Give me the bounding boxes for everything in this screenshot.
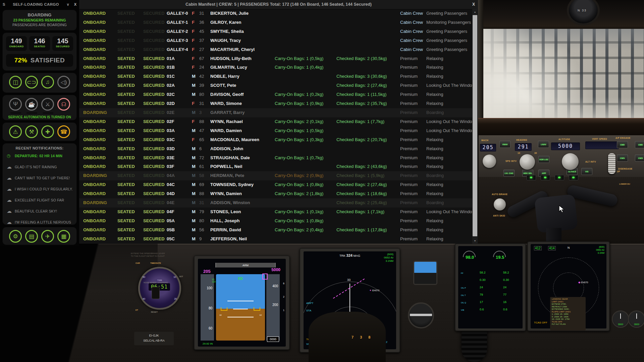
manifest-close-icon[interactable]: X [471,2,476,7]
table-row[interactable]: ONBOARD SEATED SECURED 01B F 24 GILMARTI… [79,63,472,72]
name-cell: SCOTT, Pete [210,83,236,88]
cabin-control-icon[interactable]: ◁) [57,76,70,88]
mcp-digital-window: 291 [515,143,532,151]
table-row[interactable]: ONBOARD SEATED SECURED 02F F 88 WYNN, Ra… [79,117,472,126]
altitude-box: 0000 [267,337,279,342]
menu-icon[interactable]: ▤ [25,230,38,243]
table-row[interactable]: BOARDING SEATED SECURED 04E M 31 ADDISON… [79,198,472,207]
alert-icon[interactable]: ⚒ [25,125,38,138]
mcp-label: DISENGAGE [618,168,633,170]
table-row[interactable]: ONBOARD SEATED SECURED GALLEY-0 F 31 BIC… [79,9,472,18]
mcp-button[interactable]: CWS [635,155,644,162]
secured-cell: SECURED [143,146,165,151]
speed-tape: 100 80 60 [201,274,214,341]
menu-icon[interactable]: ▦ [57,230,70,243]
service-control-icon[interactable]: ☊ [57,98,70,111]
mcp-button[interactable]: V/S [581,168,592,175]
overhead-panel [478,0,644,31]
menu-icon[interactable]: ⚙ [9,230,22,243]
scroll-up-icon[interactable]: ▴ [472,9,478,15]
table-row[interactable]: ONBOARD SEATED SECURED 04F M 79 STONES, … [79,207,472,217]
table-row[interactable]: ONBOARD SEATED SECURED 02D F 31 WARD, Si… [79,99,472,108]
table-row[interactable]: BOARDING SEATED SECURED 02E M 3 GARRATT,… [79,108,472,117]
seat-cell: 03C [167,137,175,142]
nose-wheel-steering-switch[interactable] [152,287,160,299]
status-cell: ONBOARD [83,11,106,16]
activity-cell: Looking Out The Window [426,83,472,88]
mcp-button[interactable]: CMD [635,141,644,148]
activity-cell: Relaxing [426,101,472,106]
table-row[interactable]: ONBOARD SEATED SECURED GALLEY-1 F 36 GIL… [79,18,472,27]
mcp-button[interactable]: LNAV [538,141,549,148]
control-yoke-hub[interactable] [534,194,578,233]
table-row[interactable]: ONBOARD SEATED SECURED 05B M 56 PERRIN, … [79,226,472,235]
manifest-title-bar[interactable]: Cabin Manifest | CREW: 5 | PASSENGERS To… [79,0,478,9]
notifications-header: RECENT NOTIFICATIONS: [3,146,76,150]
throttle-quadrant[interactable] [309,312,386,362]
table-row[interactable]: BOARDING SEATED SECURED 04A M 58 HERDMAN… [79,171,472,180]
table-row[interactable]: ONBOARD SEATED SECURED 01C M 42 NOBLE, H… [79,72,472,81]
altitude-knob[interactable] [562,153,579,170]
speed-knob[interactable] [483,155,496,168]
gender-cell: M [192,209,196,214]
cabin-control-icon[interactable]: ◫ [9,76,22,88]
scrollbar-thumb[interactable] [473,15,477,236]
mcp-button[interactable]: LVL CHG [503,170,515,177]
collapse-chevron-icon[interactable]: ∨ [67,2,69,7]
menu-icon[interactable]: ✈ [41,230,54,243]
cabin-control-icon[interactable]: ⊂⊃ [25,76,38,88]
secured-cell: SECURED [143,218,165,223]
table-row[interactable]: ONBOARD SEATED SECURED 04C M 69 TOWNSEND… [79,180,472,189]
windshield-haze [478,29,644,121]
table-row[interactable]: ONBOARD SEATED SECURED 03C F 65 MACDONAL… [79,135,472,144]
service-control-icon[interactable]: ⚔ [41,98,54,111]
status-detail: PASSENGERS ARE BOARDING [3,23,76,27]
table-row[interactable]: ONBOARD SEATED SECURED 04D M 88 WYNN, Da… [79,189,472,198]
table-row[interactable]: ONBOARD SEATED SECURED 05C M 9 JEFFERSON… [79,235,472,244]
seat-cell: GALLEY-0 [167,11,188,16]
table-row[interactable]: ONBOARD SEATED SECURED GALLEY-2 F 45 SMY… [79,27,472,36]
carryon-bags-cell: Carry-On Bags: 1 (0,8kg) [275,182,323,187]
table-row[interactable]: ONBOARD SEATED SECURED 03E M 72 STRAUGHA… [79,154,472,163]
mcp-button[interactable]: VOR LOC [538,156,549,163]
heading-knob[interactable] [520,154,535,170]
table-row[interactable]: ONBOARD SEATED SECURED GALLEY-4 F 27 MAC… [79,45,472,54]
alert-icon[interactable]: ✚ [41,125,54,138]
mcp-button[interactable]: VNAV [499,141,511,148]
carryon-bags-cell: Carry-On Bags: 1 (0,1kg) [275,209,323,214]
status-cell: ONBOARD [83,74,106,79]
table-row[interactable]: ONBOARD SEATED SECURED GALLEY-3 F 37 WAU… [79,36,472,45]
name-cell: ADDISON, Winston [210,200,250,205]
table-scrollbar[interactable]: ▴ ▾ [472,9,478,244]
table-row[interactable]: ONBOARD SEATED SECURED 01A F 67 HUDSON, … [79,54,472,63]
alert-icon[interactable]: ☎ [57,125,70,138]
table-row[interactable]: ONBOARD SEATED SECURED 02C M 80 DAVISON,… [79,90,472,99]
name-cell: WAUGH, Tracy [210,38,241,43]
scroll-down-icon[interactable]: ▾ [472,238,478,244]
sidebar-close-icon[interactable]: X [74,2,76,6]
table-row[interactable]: ONBOARD SEATED SECURED 02A M 39 SCOTT, P… [79,81,472,90]
secured-cell: SECURED [143,20,165,25]
mcp-button[interactable]: CWS [617,155,628,162]
secured-cell: SECURED [143,11,165,16]
activity-cell: Greeting Passengers [426,11,472,16]
table-row[interactable]: ONBOARD SEATED SECURED 05A M 80 HALL, Jo… [79,217,472,226]
activity-cell: Relaxing [426,74,472,79]
gender-cell: F [192,101,195,106]
vertical-speed-wheel[interactable] [608,153,615,174]
table-row[interactable]: ONBOARD SEATED SECURED 03A M 47 WARD, Da… [79,126,472,135]
name-cell: MACDONALD, Maureen [210,137,259,142]
status-cell: ONBOARD [83,128,106,133]
cabin-control-icon[interactable]: ♫ [41,76,54,88]
service-control-icon[interactable]: ☕ [25,98,38,111]
seated-cell: SEATED [117,218,135,223]
alert-icon[interactable]: ⚠ [9,125,22,138]
seat-cell: GALLEY-1 [167,20,188,25]
auto-brake-knob[interactable] [494,198,506,210]
chronometer-clock[interactable]: TIME 06:51 10 20 40 50 [138,267,181,310]
gender-cell: M [192,200,196,205]
service-control-icon[interactable]: Ψ [9,98,22,111]
mcp-button[interactable]: CMD [617,141,628,148]
table-row[interactable]: ONBOARD SEATED SECURED 03F M 61 POPWELL,… [79,162,472,171]
table-row[interactable]: ONBOARD SEATED SECURED 03D M 6 ADDISON, … [79,144,472,154]
